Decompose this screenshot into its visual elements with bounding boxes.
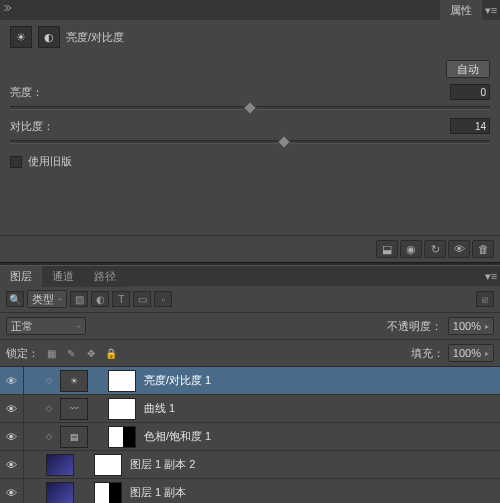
layer-row[interactable]: 👁 ◇ ☀ 亮度/对比度 1 xyxy=(0,367,500,395)
filter-kind-label: 类型 xyxy=(32,292,54,307)
opacity-dropdown[interactable]: 100% ▸ xyxy=(448,317,494,335)
filter-adjustment-icon[interactable]: ◐ xyxy=(91,291,109,307)
auto-button[interactable]: 自动 xyxy=(446,60,490,78)
lock-all-icon[interactable]: 🔒 xyxy=(103,346,119,360)
chevron-down-icon: ÷ xyxy=(58,295,62,304)
mask-icon[interactable]: ◐ xyxy=(38,26,60,48)
adjustment-name: 亮度/对比度 xyxy=(66,30,124,45)
chevron-down-icon: ▸ xyxy=(485,322,489,331)
layers-blend-row: 正常 ÷ 不透明度： 100% ▸ xyxy=(0,313,500,340)
delete-adjustment-icon[interactable]: 🗑 xyxy=(472,240,494,258)
blend-mode-dropdown[interactable]: 正常 ÷ xyxy=(6,317,86,335)
legacy-label: 使用旧版 xyxy=(28,154,72,169)
brightness-slider[interactable] xyxy=(10,106,490,110)
layer-name: 曲线 1 xyxy=(140,401,175,416)
filter-toggle-switch[interactable]: ⎚ xyxy=(476,291,494,307)
brightness-label: 亮度： xyxy=(10,85,70,100)
contrast-slider[interactable] xyxy=(10,140,490,144)
properties-panel: 属性 ▾≡ ☀ ◐ 亮度/对比度 自动 亮度： 对比度： 使用旧版 xyxy=(0,0,500,262)
fill-label: 填充： xyxy=(411,346,444,361)
expand-icon[interactable]: ◇ xyxy=(46,432,56,441)
tab-channels[interactable]: 通道 xyxy=(42,266,84,287)
layers-panel-menu-button[interactable]: ▾≡ xyxy=(482,270,500,283)
mask-thumb[interactable] xyxy=(94,482,122,504)
brightness-row: 亮度： xyxy=(10,84,490,100)
brightness-input[interactable] xyxy=(450,84,490,100)
filter-pixel-icon[interactable]: ▧ xyxy=(70,291,88,307)
mask-thumb[interactable] xyxy=(108,398,136,420)
fill-value: 100% xyxy=(453,347,481,359)
filter-shape-icon[interactable]: ▭ xyxy=(133,291,151,307)
tab-properties[interactable]: 属性 xyxy=(440,0,482,21)
properties-header: 属性 ▾≡ xyxy=(0,0,500,20)
lock-label: 锁定： xyxy=(6,346,39,361)
visibility-toggle[interactable]: 👁 xyxy=(0,367,24,394)
mask-thumb[interactable] xyxy=(108,426,136,448)
mask-thumb[interactable] xyxy=(94,454,122,476)
adjustment-thumb: ▤ xyxy=(60,426,88,448)
opacity-value: 100% xyxy=(453,320,481,332)
brightness-contrast-icon: ☀ xyxy=(10,26,32,48)
visibility-toggle[interactable]: 👁 xyxy=(0,479,24,503)
expand-icon[interactable]: ◇ xyxy=(46,404,56,413)
contrast-row: 对比度： xyxy=(10,118,490,134)
lock-position-icon[interactable]: ✥ xyxy=(83,346,99,360)
filter-smart-icon[interactable]: ▫ xyxy=(154,291,172,307)
lock-pixels-icon[interactable]: ✎ xyxy=(63,346,79,360)
layer-row[interactable]: 👁 图层 1 副本 2 xyxy=(0,451,500,479)
legacy-checkbox[interactable] xyxy=(10,156,22,168)
contrast-label: 对比度： xyxy=(10,119,70,134)
opacity-label: 不透明度： xyxy=(387,319,442,334)
contrast-slider-thumb[interactable] xyxy=(277,135,291,149)
layer-row[interactable]: 👁 ◇ ▤ 色相/饱和度 1 xyxy=(0,423,500,451)
brightness-slider-thumb[interactable] xyxy=(243,101,257,115)
layer-row[interactable]: 👁 ◇ 〰 曲线 1 xyxy=(0,395,500,423)
adjustment-thumb: 〰 xyxy=(60,398,88,420)
layers-filter-toolbar: 🔍 类型 ÷ ▧ ◐ T ▭ ▫ ⎚ xyxy=(0,286,500,313)
visibility-toggle[interactable]: 👁 xyxy=(0,423,24,450)
tab-layers[interactable]: 图层 xyxy=(0,266,42,287)
layer-name: 图层 1 副本 xyxy=(126,485,186,500)
layers-panel: 图层 通道 路径 ▾≡ 🔍 类型 ÷ ▧ ◐ T ▭ ▫ ⎚ 正常 ÷ 不透明度… xyxy=(0,266,500,503)
layer-thumb xyxy=(46,454,74,476)
fill-dropdown[interactable]: 100% ▸ xyxy=(448,344,494,362)
reset-icon[interactable]: ↻ xyxy=(424,240,446,258)
layer-name: 图层 1 副本 2 xyxy=(126,457,195,472)
legacy-row: 使用旧版 xyxy=(10,154,490,169)
panel-menu-button[interactable]: ▾≡ xyxy=(482,4,500,17)
properties-body: ☀ ◐ 亮度/对比度 自动 亮度： 对比度： 使用旧版 xyxy=(0,20,500,175)
auto-row: 自动 xyxy=(10,60,490,78)
layer-name: 色相/饱和度 1 xyxy=(140,429,211,444)
expand-icon[interactable]: ◇ xyxy=(46,376,56,385)
layer-row[interactable]: 👁 图层 1 副本 xyxy=(0,479,500,503)
toggle-visibility-icon[interactable]: 👁 xyxy=(448,240,470,258)
filter-kind-dropdown[interactable]: 类型 ÷ xyxy=(27,290,67,308)
visibility-toggle[interactable]: 👁 xyxy=(0,451,24,478)
chevron-down-icon: ▸ xyxy=(485,349,489,358)
blend-mode-value: 正常 xyxy=(11,319,33,334)
layer-thumb xyxy=(46,482,74,504)
clip-to-layer-icon[interactable]: ⬓ xyxy=(376,240,398,258)
adjustment-title-row: ☀ ◐ 亮度/对比度 xyxy=(10,26,490,48)
chevron-down-icon: ÷ xyxy=(77,322,81,331)
lock-transparent-icon[interactable]: ▦ xyxy=(43,346,59,360)
layers-lock-row: 锁定： ▦ ✎ ✥ 🔒 填充： 100% ▸ xyxy=(0,340,500,367)
tab-paths[interactable]: 路径 xyxy=(84,266,126,287)
mask-thumb[interactable] xyxy=(108,370,136,392)
properties-footer: ⬓ ◉ ↻ 👁 🗑 xyxy=(0,235,500,262)
layers-header: 图层 通道 路径 ▾≡ xyxy=(0,266,500,286)
adjustment-thumb: ☀ xyxy=(60,370,88,392)
layer-name: 亮度/对比度 1 xyxy=(140,373,211,388)
layers-list: 👁 ◇ ☀ 亮度/对比度 1 👁 ◇ 〰 曲线 1 👁 xyxy=(0,367,500,503)
filter-type-icon[interactable]: T xyxy=(112,291,130,307)
view-previous-icon[interactable]: ◉ xyxy=(400,240,422,258)
filter-search-icon[interactable]: 🔍 xyxy=(6,291,24,307)
contrast-input[interactable] xyxy=(450,118,490,134)
panel-collapse-button[interactable] xyxy=(2,3,16,17)
visibility-toggle[interactable]: 👁 xyxy=(0,395,24,422)
